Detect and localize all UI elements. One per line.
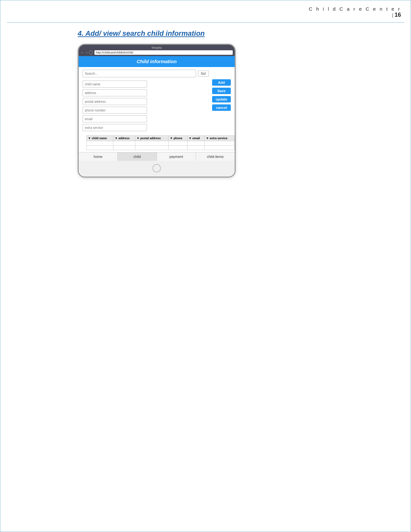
address-input[interactable]	[83, 89, 147, 96]
form-area: Go!	[79, 67, 235, 135]
back-arrow-icon[interactable]: ←	[81, 51, 84, 54]
url-bar[interactable]	[94, 50, 233, 55]
cell	[205, 141, 235, 146]
page-number: 16	[395, 12, 401, 18]
go-button[interactable]: Go!	[198, 71, 209, 77]
page-header: C h i l d C a r e C e n t e r | 16	[309, 6, 401, 18]
tablet-frame: Moqzita ← → Child information Go!	[78, 44, 236, 178]
cell	[135, 141, 168, 146]
col-phone[interactable]: ▼ phone	[169, 136, 187, 141]
nav-child[interactable]: child	[118, 152, 157, 161]
cell	[87, 146, 113, 150]
cell	[135, 146, 168, 150]
nav-child-items[interactable]: child items	[196, 152, 235, 161]
add-button[interactable]: Add	[212, 79, 231, 86]
email-input[interactable]	[83, 115, 147, 122]
field-row-address	[83, 89, 209, 96]
page-title-bar: Child information	[79, 56, 235, 67]
save-button[interactable]: Save	[212, 88, 231, 94]
field-row-extra-service	[83, 124, 209, 131]
form-right: Add Save update cancel	[212, 70, 231, 133]
nav-home[interactable]: home	[79, 152, 118, 161]
cell	[113, 141, 135, 146]
child-name-input[interactable]	[83, 81, 147, 88]
page-number-line: | 16	[309, 12, 401, 18]
browser-bar: Moqzita ← →	[79, 45, 235, 56]
section-heading: 4. Add/ view/ search child information	[78, 29, 205, 38]
cell	[169, 141, 187, 146]
field-row-postal	[83, 98, 209, 105]
cell	[187, 146, 205, 150]
home-button-circle[interactable]	[152, 164, 161, 172]
table-wrap: ▼ child name ▼ address ▼ postal address …	[79, 135, 235, 150]
field-row-phone	[83, 107, 209, 114]
data-table: ▼ child name ▼ address ▼ postal address …	[86, 135, 235, 150]
app-content: Child information Go!	[79, 56, 235, 161]
table-row	[87, 146, 235, 150]
browser-nav-bar: ← →	[81, 50, 233, 55]
cell	[187, 141, 205, 146]
cell	[169, 146, 187, 150]
search-input[interactable]	[83, 70, 196, 77]
nav-payment[interactable]: payment	[157, 152, 196, 161]
update-button[interactable]: update	[212, 96, 231, 102]
pipe: |	[392, 12, 393, 18]
tablet-bottom	[79, 161, 235, 177]
forward-arrow-icon[interactable]: →	[85, 51, 88, 54]
form-left: Go!	[83, 70, 209, 133]
nav-arrows: ← →	[81, 51, 93, 54]
extra-service-input[interactable]	[83, 124, 147, 131]
refresh-icon[interactable]	[89, 51, 93, 54]
table-header-row: ▼ child name ▼ address ▼ postal address …	[87, 136, 235, 141]
field-row-childname	[83, 81, 209, 88]
field-row-email	[83, 115, 209, 122]
col-child-name[interactable]: ▼ child name	[87, 136, 113, 141]
postal-address-input[interactable]	[83, 98, 147, 105]
header-divider	[7, 22, 404, 23]
col-email[interactable]: ▼ email	[187, 136, 205, 141]
page-title: Child information	[137, 59, 177, 64]
col-address[interactable]: ▼ address	[113, 136, 135, 141]
phone-number-input[interactable]	[83, 107, 147, 114]
table-row	[87, 141, 235, 146]
cell	[113, 146, 135, 150]
bottom-nav: home child payment child items	[79, 152, 235, 161]
cell	[87, 141, 113, 146]
cancel-button[interactable]: cancel	[212, 104, 231, 111]
browser-title: Moqzita	[81, 46, 233, 49]
cell	[205, 146, 235, 150]
search-row: Go!	[83, 70, 209, 77]
site-title: C h i l d C a r e C e n t e r	[309, 6, 401, 12]
col-extra-service[interactable]: ▼ extra service	[205, 136, 235, 141]
col-postal-address[interactable]: ▼ postal address	[135, 136, 168, 141]
